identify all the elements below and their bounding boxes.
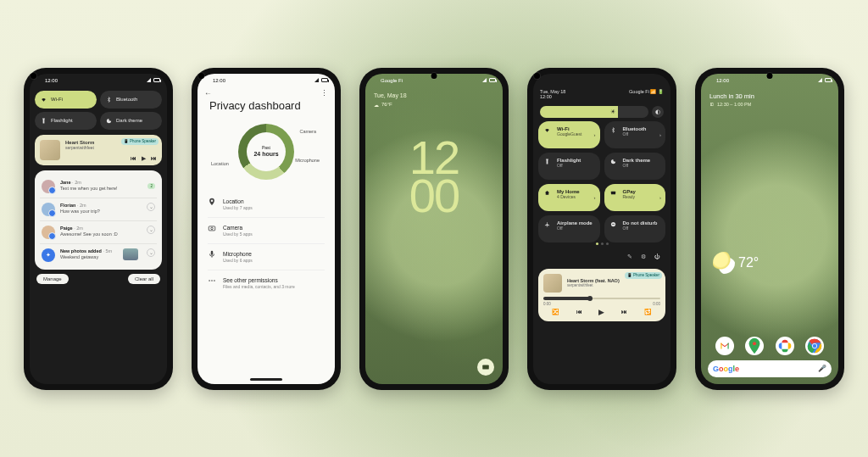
qs-darktheme-tile[interactable]: Dark theme <box>100 112 162 130</box>
prev-icon[interactable]: ⏮ <box>576 309 582 315</box>
notification-item[interactable]: Florian · 2m How was your trip? ⌄ <box>40 198 157 221</box>
permission-title: Microphone <box>223 250 253 258</box>
search-bar[interactable]: Google 🎤 <box>708 360 832 377</box>
donut-microphone-label: Microphone <box>295 158 320 163</box>
donut-location-label: Location <box>211 161 229 166</box>
next-icon[interactable]: ⏭ <box>621 309 627 315</box>
media-artist: serpentwithfeet <box>65 145 157 150</box>
album-art <box>40 140 60 160</box>
qs-darktheme-tile[interactable]: Dark themeOff <box>604 153 666 180</box>
camera-hole <box>431 73 437 79</box>
calendar-icon: 🗓 <box>709 102 715 107</box>
qs-wifi-tile[interactable]: Wi-FiGoogleGuest › <box>538 121 600 148</box>
app-gmail[interactable] <box>715 337 734 355</box>
wallet-fab[interactable] <box>477 359 494 376</box>
repeat-icon[interactable]: 🔁 <box>644 309 652 315</box>
lock-weather: ☁ 76°F <box>365 102 503 108</box>
qs-flashlight-tile[interactable]: FlashlightOff <box>538 153 600 180</box>
page-indicator <box>533 242 670 248</box>
expand-chevron-icon[interactable]: ⌄ <box>147 226 155 234</box>
qs-home-tile[interactable]: My Home4 Devices › <box>538 184 600 211</box>
output-chip[interactable]: 📱 Phone Speaker <box>121 138 159 145</box>
qs-wifi-tile[interactable]: Wi-Fi <box>35 91 97 109</box>
qs-dnd-tile[interactable]: Do not disturbOff <box>604 215 666 242</box>
phone-1-frame: 12:00 Wi-Fi Bluetooth <box>24 68 173 390</box>
location-icon <box>208 198 216 206</box>
phone-5-screen[interactable]: 12:00 Lunch in 30 min 🗓 12:30 – 1:00 PM … <box>701 74 838 384</box>
phone-2-frame: 12:00 ← ⋮ Privacy dashboard Past24 hours… <box>192 68 341 390</box>
weather-widget[interactable]: 72° <box>713 252 759 274</box>
phone-4-frame: Tue, May 18 12:00 Google Fi 📶 🔋 ☀ ◐ Wi-F… <box>527 68 676 390</box>
status-bar: 12:00 <box>30 74 167 87</box>
qs-flashlight-label: Flashlight <box>51 118 73 123</box>
avatar <box>42 226 55 239</box>
camera-icon <box>208 224 216 232</box>
camera-hole <box>767 73 773 79</box>
notification-panel: Jane · 2m Text me when you get here! 2 F… <box>35 170 162 270</box>
qs-bluetooth-tile[interactable]: Bluetooth <box>100 91 162 109</box>
qs-bluetooth-label: Bluetooth <box>116 97 137 102</box>
next-icon[interactable]: ⏭ <box>151 155 157 162</box>
media-card[interactable]: ⎘ 📱 Phone Speaker Heart Storm (feat. NAO… <box>538 269 665 321</box>
notification-item[interactable]: Paige · 2m Awesome! See you soon :D ⌄ <box>40 221 157 244</box>
media-card[interactable]: Heart Storm serpentwithfeet 📱 Phone Spea… <box>35 135 162 165</box>
overflow-icon[interactable]: ⋮ <box>320 89 328 98</box>
voice-search-icon[interactable]: 🎤 <box>818 365 826 372</box>
app-maps[interactable] <box>745 337 764 355</box>
permission-row-other[interactable]: See other permissions Files and media, c… <box>208 270 325 296</box>
progress-bar[interactable] <box>543 298 660 299</box>
phone-4-screen: Tue, May 18 12:00 Google Fi 📶 🔋 ☀ ◐ Wi-F… <box>533 74 670 384</box>
phone-2-screen: 12:00 ← ⋮ Privacy dashboard Past24 hours… <box>198 74 335 384</box>
edit-icon[interactable]: ✎ <box>627 254 632 260</box>
svg-point-3 <box>211 280 213 281</box>
signal-icon <box>147 78 151 82</box>
brightness-track[interactable]: ☀ <box>540 106 648 118</box>
output-chip[interactable]: 📱 Phone Speaker <box>625 272 662 279</box>
chevron-right-icon[interactable]: › <box>659 195 661 200</box>
prev-icon[interactable]: ⏮ <box>131 155 136 162</box>
permission-row-microphone[interactable]: Microphone Used by 6 apps <box>208 243 325 270</box>
flashlight-icon <box>544 159 550 164</box>
settings-icon[interactable]: ⚙ <box>641 254 646 260</box>
app-chrome[interactable] <box>805 337 824 355</box>
google-logo: Google <box>713 365 739 373</box>
chevron-right-icon[interactable]: › <box>659 132 661 137</box>
wifi-icon <box>544 127 550 133</box>
notif-name: New photos added <box>60 248 102 254</box>
phone-3-screen[interactable]: Google Fi Tue, May 18 ☁ 76°F 12 00 <box>365 74 503 384</box>
gesture-pill[interactable] <box>250 378 282 381</box>
brightness-thumb-icon[interactable]: ☀ <box>609 108 617 116</box>
permission-title: Location <box>223 198 253 205</box>
shuffle-icon[interactable]: 🔀 <box>552 309 559 315</box>
qs-airplane-tile[interactable]: Airplane modeOff <box>538 215 600 242</box>
qs-flashlight-tile[interactable]: Flashlight <box>35 112 97 130</box>
back-icon[interactable]: ← <box>204 89 212 98</box>
auto-brightness-toggle[interactable]: ◐ <box>652 106 664 118</box>
power-icon[interactable]: ⏻ <box>654 254 660 260</box>
brightness-slider[interactable]: ☀ ◐ <box>540 106 664 118</box>
play-icon[interactable]: ▶ <box>142 155 146 162</box>
expand-chevron-icon[interactable]: ⌄ <box>147 248 155 257</box>
qs-gpay-tile[interactable]: GPayReady › <box>604 184 666 211</box>
quick-settings-grid: Wi-FiGoogleGuest › BluetoothOff › Flashl… <box>533 121 670 242</box>
permission-row-camera[interactable]: Camera Used by 5 apps <box>208 217 325 243</box>
chevron-right-icon[interactable]: › <box>594 195 596 200</box>
signal-icon <box>482 78 487 82</box>
permission-row-location[interactable]: Location Used by 7 apps <box>208 192 325 217</box>
play-icon[interactable]: ▶ <box>598 308 604 316</box>
camera-hole <box>31 73 36 79</box>
notification-item[interactable]: ✦ New photos added · 5m Weekend getaway … <box>40 244 157 266</box>
permission-sub: Used by 5 apps <box>223 231 253 237</box>
qs-bluetooth-tile[interactable]: BluetoothOff › <box>604 121 666 148</box>
notification-item[interactable]: Jane · 2m Text me when you get here! 2 <box>40 176 157 198</box>
chevron-right-icon[interactable]: › <box>594 132 596 137</box>
clear-all-button[interactable]: Clear all <box>128 274 160 284</box>
app-photos[interactable] <box>776 337 794 355</box>
cloud-icon: ☁ <box>374 102 379 108</box>
svg-point-2 <box>209 280 210 281</box>
svg-point-15 <box>813 343 816 347</box>
bluetooth-icon <box>610 127 616 133</box>
battery-icon <box>489 78 496 82</box>
manage-button[interactable]: Manage <box>36 274 69 284</box>
expand-chevron-icon[interactable]: ⌄ <box>147 203 155 211</box>
